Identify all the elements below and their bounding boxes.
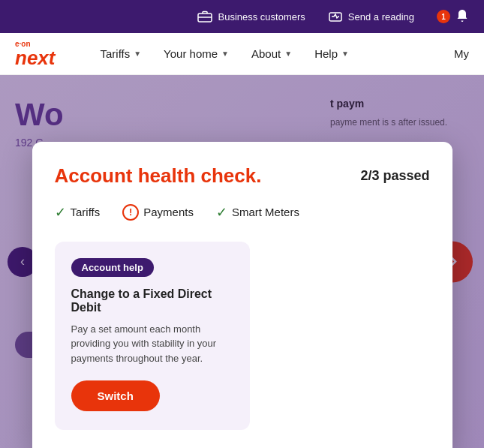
nav-help[interactable]: Help ▼ [314, 47, 349, 60]
nav-your-home-label: Your home [164, 47, 218, 60]
notification-area[interactable]: 1 [437, 9, 469, 25]
payments-warning-icon: ! [122, 204, 139, 221]
nav-my-account[interactable]: My [454, 47, 469, 60]
card-title: Change to a Fixed Direct Debit [71, 287, 233, 314]
smart-meters-check: ✓ Smart Meters [216, 204, 299, 221]
nav-tariffs[interactable]: Tariffs ▼ [100, 47, 141, 60]
modal-overlay: Account health check. 2/3 passed ✓ Tarif… [0, 75, 484, 448]
send-reading-link[interactable]: Send a reading [328, 9, 414, 24]
modal-checks-row: ✓ Tariffs ! Payments ✓ Smart Meters [55, 204, 430, 221]
nav-your-home[interactable]: Your home ▼ [164, 47, 229, 60]
top-bar: Business customers Send a reading 1 [0, 0, 484, 33]
your-home-chevron-icon: ▼ [221, 50, 229, 58]
account-help-card: Account help Change to a Fixed Direct De… [55, 242, 250, 431]
nav-about-label: About [251, 47, 281, 60]
smart-meters-check-label: Smart Meters [232, 206, 299, 218]
nav-bar: e·on next Tariffs ▼ Your home ▼ About ▼ … [0, 33, 484, 75]
tariffs-chevron-icon: ▼ [134, 50, 141, 58]
notification-badge: 1 [437, 10, 450, 23]
logo-next: next [15, 48, 55, 68]
modal-title: Account health check. [55, 164, 262, 188]
card-badge: Account help [71, 258, 154, 277]
background-content: Wo 192 G t paym payme ment is s after is… [0, 75, 484, 448]
tariffs-check: ✓ Tariffs [55, 204, 101, 221]
health-check-modal: Account health check. 2/3 passed ✓ Tarif… [32, 142, 452, 448]
nav-help-label: Help [314, 47, 338, 60]
bell-icon [455, 9, 469, 25]
about-chevron-icon: ▼ [284, 50, 292, 58]
help-chevron-icon: ▼ [341, 50, 349, 58]
business-customers-link[interactable]: Business customers [197, 9, 305, 24]
nav-about[interactable]: About ▼ [251, 47, 292, 60]
card-description: Pay a set amount each month providing yo… [71, 322, 233, 366]
send-reading-label: Send a reading [348, 11, 414, 23]
nav-my-account-label: My [454, 47, 469, 60]
logo[interactable]: e·on next [15, 41, 55, 68]
modal-header: Account health check. 2/3 passed [55, 164, 430, 188]
briefcase-icon [197, 9, 212, 24]
tariffs-check-icon: ✓ [55, 204, 66, 221]
notification-count: 1 [441, 13, 446, 21]
modal-score: 2/3 passed [360, 168, 429, 184]
payments-check-label: Payments [143, 206, 194, 218]
business-customers-label: Business customers [218, 11, 305, 23]
nav-tariffs-label: Tariffs [100, 47, 130, 60]
switch-button[interactable]: Switch [71, 380, 160, 411]
tariffs-check-label: Tariffs [71, 206, 101, 218]
meter-icon [328, 9, 343, 24]
payments-check: ! Payments [122, 204, 194, 221]
smart-meters-check-icon: ✓ [216, 204, 227, 221]
